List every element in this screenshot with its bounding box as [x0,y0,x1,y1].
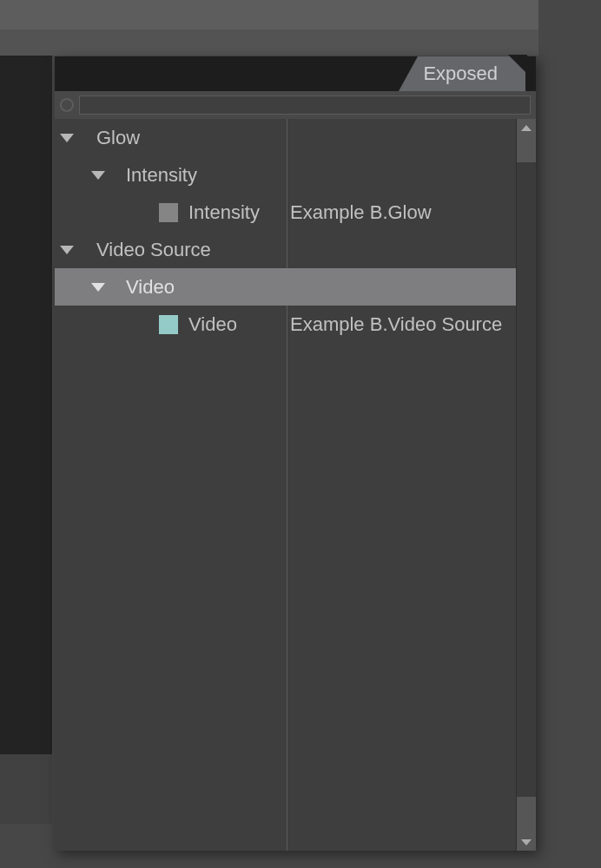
exposed-panel: Exposed Glow [55,56,536,851]
tab-label: Exposed [418,56,506,91]
tree-label: Video [188,313,237,336]
tree-value: Example B.Glow [290,201,432,224]
chevron-down-icon[interactable] [60,246,74,254]
scroll-thumb[interactable] [517,136,536,162]
tab-exposed[interactable]: Exposed [399,56,525,91]
tree-group-video-source[interactable]: Video Source [55,231,516,268]
vertical-scrollbar[interactable] [516,119,536,851]
background-stripe [0,754,52,824]
chevron-down-icon[interactable] [91,171,105,180]
background-stripe [0,30,538,56]
scroll-up-button[interactable] [517,119,536,136]
chevron-down-icon[interactable] [60,134,74,142]
tree-label: Intensity [188,201,260,224]
tab-bar: Exposed [55,56,536,91]
chevron-down-icon [521,839,532,845]
tree-group-glow[interactable]: Glow [55,119,516,156]
chevron-up-icon [521,125,532,131]
property-tree: Glow Intensity Intensity Example B.Glow [55,119,516,851]
search-box[interactable] [79,95,531,115]
color-swatch-icon [159,203,178,222]
tree-item-intensity[interactable]: Intensity Example B.Glow [55,194,516,231]
scroll-thumb[interactable] [517,797,536,833]
tree-group-video[interactable]: Video [55,268,516,306]
background-stripe [0,0,538,30]
tree-value: Example B.Video Source [290,313,502,336]
filter-radio[interactable] [60,98,74,112]
tree-label: Glow [96,127,140,149]
scroll-track[interactable] [517,136,536,833]
panel-body: Glow Intensity Intensity Example B.Glow [55,119,536,851]
background-stripe [0,56,52,754]
search-input[interactable] [80,96,530,114]
tree-item-video[interactable]: Video Example B.Video Source [55,306,516,343]
tree-group-intensity[interactable]: Intensity [55,156,516,194]
scroll-down-button[interactable] [517,833,536,851]
chevron-down-icon[interactable] [91,283,105,292]
tree-label: Video Source [96,239,211,261]
search-row [55,91,536,119]
color-swatch-icon [159,315,178,334]
tree-label: Video [126,276,175,299]
tree-label: Intensity [126,164,197,187]
